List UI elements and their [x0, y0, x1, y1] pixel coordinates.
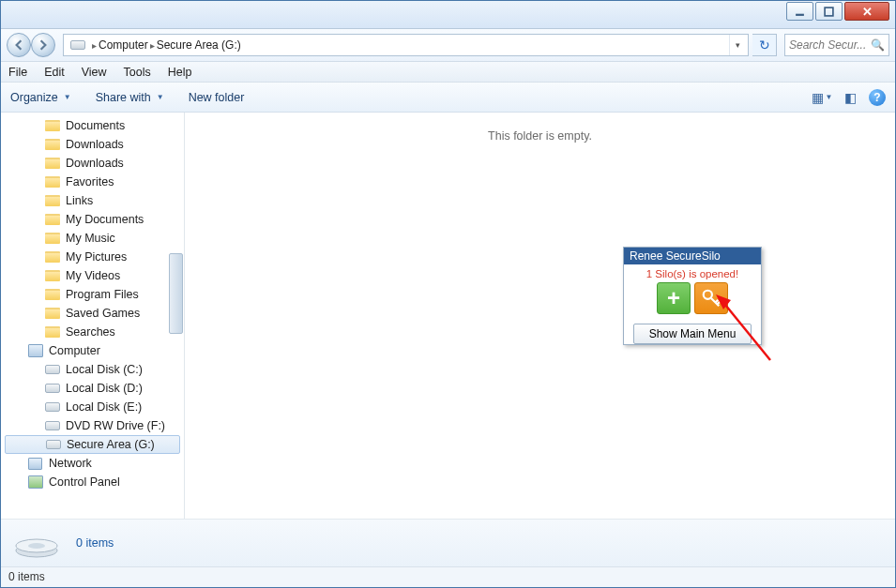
- tree-item-my-videos[interactable]: My Videos: [1, 266, 184, 285]
- tree-item-my-music[interactable]: My Music: [1, 229, 184, 248]
- menu-tools[interactable]: Tools: [124, 66, 151, 79]
- refresh-button[interactable]: ↻: [752, 34, 777, 56]
- show-main-menu-button[interactable]: Show Main Menu: [633, 324, 752, 344]
- help-button[interactable]: ?: [869, 89, 886, 106]
- chevron-down-icon: ▼: [826, 93, 833, 101]
- scrollbar-thumb[interactable]: [169, 253, 183, 334]
- toolbar-left: Organize▼ Share with▼ New folder: [10, 91, 244, 104]
- details-item-count: 0 items: [76, 536, 114, 550]
- add-silo-button[interactable]: +: [657, 282, 691, 314]
- tree-item-label: Local Disk (C:): [66, 363, 143, 376]
- drive-icon: [69, 37, 86, 53]
- folder-icon: [44, 157, 60, 171]
- tree-item-local-disk-d-[interactable]: Local Disk (D:): [1, 379, 184, 398]
- menu-help[interactable]: Help: [168, 66, 192, 79]
- share-with-button[interactable]: Share with▼: [96, 91, 164, 104]
- tree-item-label: Downloads: [66, 157, 124, 170]
- toolbar-right: ▦▼ ◧ ?: [812, 88, 886, 107]
- tree-item-label: Computer: [49, 344, 100, 357]
- network-icon: [27, 457, 43, 471]
- tree-item-label: My Documents: [66, 213, 144, 226]
- organize-button[interactable]: Organize▼: [10, 91, 71, 104]
- tree-item-documents[interactable]: Documents: [1, 116, 184, 135]
- tree-item-local-disk-c-[interactable]: Local Disk (C:): [1, 360, 184, 379]
- tree-item-label: Network: [49, 457, 92, 470]
- tree-item-favorites[interactable]: Favorites: [1, 173, 184, 191]
- tree-item-secure-area-g-[interactable]: Secure Area (G:): [5, 435, 180, 454]
- main-area: DocumentsDownloadsDownloadsFavoritesLink…: [1, 113, 895, 519]
- close-button[interactable]: ✕: [844, 2, 889, 21]
- tree-item-local-disk-e-[interactable]: Local Disk (E:): [1, 398, 184, 416]
- control-panel-icon: [27, 475, 43, 490]
- svg-rect-0: [796, 13, 804, 15]
- menu-file[interactable]: File: [8, 66, 27, 79]
- explorer-window: ✕ ▸ Computer ▸ Secure Area (G:) ▾ ↻ Sear…: [0, 0, 896, 588]
- search-input[interactable]: Search Secur... 🔍: [784, 34, 889, 56]
- address-bar[interactable]: ▸ Computer ▸ Secure Area (G:) ▾: [63, 34, 749, 56]
- tree-item-downloads[interactable]: Downloads: [1, 135, 184, 154]
- forward-button[interactable]: [31, 33, 55, 57]
- tree-item-downloads[interactable]: Downloads: [1, 154, 184, 173]
- folder-icon: [44, 307, 60, 321]
- drive-icon: [45, 438, 61, 452]
- nav-tree[interactable]: DocumentsDownloadsDownloadsFavoritesLink…: [1, 113, 185, 519]
- tree-item-label: Documents: [66, 119, 125, 132]
- folder-icon: [44, 119, 60, 133]
- tree-item-label: Control Panel: [49, 475, 120, 489]
- chevron-right-icon: ▸: [148, 40, 157, 51]
- chevron-down-icon: ▼: [64, 93, 71, 101]
- tree-item-searches[interactable]: Searches: [1, 323, 184, 341]
- tree-item-computer[interactable]: Computer: [1, 341, 184, 360]
- tree-item-my-pictures[interactable]: My Pictures: [1, 248, 184, 266]
- folder-icon: [44, 325, 60, 339]
- silo-status: 1 Silo(s) is opened!: [630, 268, 755, 279]
- toolbar: Organize▼ Share with▼ New folder ▦▼ ◧ ?: [1, 83, 895, 113]
- unlock-silo-button[interactable]: [694, 282, 728, 314]
- new-folder-button[interactable]: New folder: [189, 91, 245, 104]
- details-pane: 0 items: [1, 519, 895, 566]
- search-placeholder: Search Secur...: [789, 38, 866, 52]
- popup-buttons: +: [630, 282, 755, 314]
- tree-item-label: My Music: [66, 232, 115, 245]
- maximize-button[interactable]: [815, 2, 843, 21]
- svg-point-2: [704, 291, 712, 299]
- folder-icon: [44, 175, 60, 189]
- tree-item-my-documents[interactable]: My Documents: [1, 210, 184, 229]
- address-dropdown[interactable]: ▾: [729, 35, 746, 55]
- content-pane[interactable]: This folder is empty.: [185, 113, 895, 519]
- tree-item-label: Local Disk (D:): [66, 382, 143, 395]
- tree-item-dvd-rw-drive-f-[interactable]: DVD RW Drive (F:): [1, 416, 184, 435]
- securesilo-popup: Renee SecureSilo 1 Silo(s) is opened! + …: [623, 247, 762, 345]
- drive-icon: [44, 363, 60, 377]
- menubar: File Edit View Tools Help: [1, 62, 895, 83]
- tree-item-label: Searches: [66, 325, 115, 339]
- titlebar: ✕: [1, 1, 895, 29]
- menu-edit[interactable]: Edit: [44, 66, 65, 79]
- svg-point-7: [28, 543, 45, 549]
- window-controls: ✕: [786, 2, 889, 21]
- breadcrumb-computer[interactable]: Computer: [99, 38, 148, 52]
- tree-item-saved-games[interactable]: Saved Games: [1, 304, 184, 323]
- breadcrumb-secure-area[interactable]: Secure Area (G:): [157, 38, 241, 52]
- menu-view[interactable]: View: [82, 66, 107, 79]
- minimize-button[interactable]: [786, 2, 813, 21]
- computer-icon: [27, 344, 43, 358]
- nav-back-forward: [7, 32, 59, 58]
- view-options-button[interactable]: ▦▼: [812, 88, 831, 107]
- drive-large-icon: [14, 527, 59, 559]
- folder-icon: [44, 213, 60, 227]
- folder-icon: [44, 288, 60, 302]
- tree-item-label: My Videos: [66, 269, 120, 282]
- status-text: 0 items: [8, 570, 45, 583]
- svg-rect-1: [825, 8, 833, 16]
- plus-icon: +: [667, 285, 680, 311]
- tree-item-program-files[interactable]: Program Files: [1, 285, 184, 304]
- drive-icon: [44, 400, 60, 415]
- tree-item-control-panel[interactable]: Control Panel: [1, 473, 184, 491]
- popup-title: Renee SecureSilo: [624, 248, 761, 264]
- tree-item-network[interactable]: Network: [1, 454, 184, 473]
- tree-item-label: Downloads: [66, 138, 124, 151]
- preview-pane-button[interactable]: ◧: [841, 88, 859, 107]
- tree-item-links[interactable]: Links: [1, 191, 184, 210]
- back-button[interactable]: [7, 33, 31, 57]
